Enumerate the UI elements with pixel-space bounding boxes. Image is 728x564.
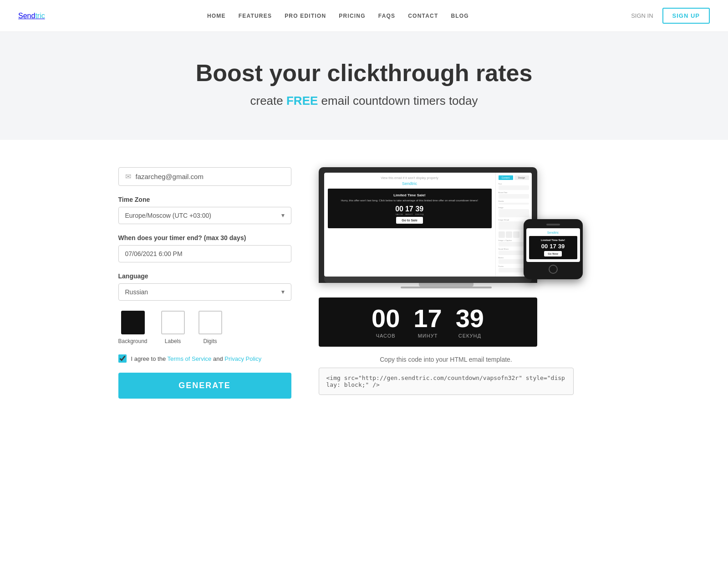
- laptop-digit-seconds: 39 СЕКУНД: [415, 205, 424, 215]
- laptop-widget-small-1: [499, 231, 505, 238]
- laptop-minutes-value: 17: [405, 205, 413, 213]
- laptop-email-content: View this email if it won't display prop…: [324, 173, 495, 277]
- laptop-digit-minutes: 17 МИНУТ: [405, 205, 413, 215]
- signin-link[interactable]: SIGN IN: [631, 12, 653, 19]
- terms-row: I agree to the Terms of Service and Priv…: [118, 354, 291, 363]
- language-select-wrapper: Russian ▼: [118, 283, 291, 301]
- device-mockup: View this email if it won't display prop…: [319, 167, 574, 288]
- color-labels-swatch[interactable]: [161, 311, 185, 334]
- phone-brand-cyan: tric: [555, 231, 559, 234]
- laptop-widget-4: [499, 209, 529, 217]
- terms-prefix: I agree to the: [131, 355, 166, 362]
- color-section: Background Labels Digits: [118, 311, 291, 344]
- phone-home-button[interactable]: [549, 265, 558, 274]
- hero-headline: Boost your clickthrough rates: [9, 59, 719, 87]
- laptop-frame: View this email if it won't display prop…: [319, 167, 537, 283]
- nav-link-home[interactable]: HOME: [207, 13, 226, 19]
- envelope-icon: ✉: [125, 172, 131, 181]
- timer-big-hours: 00: [372, 306, 400, 331]
- nav-link-features[interactable]: FEATURES: [239, 13, 272, 19]
- phone-brand-dark: Send: [547, 231, 555, 234]
- phone-screen: Sendtric Limited Time Sale! 00 17 39 Go …: [526, 228, 580, 262]
- phone-cta-button[interactable]: Go Now: [544, 251, 562, 256]
- laptop-timer-digits: 00 ЧАСОВ 17 МИНУТ 39: [331, 205, 488, 215]
- laptop-brand: Sendtric: [328, 181, 492, 186]
- laptop-widget-small-3: [513, 231, 519, 238]
- main-content: ✉ Time Zone Europe/Moscow (UTC +03:00) ▼…: [91, 140, 637, 426]
- color-background-swatch[interactable]: [121, 311, 145, 334]
- laptop-stand: [419, 283, 473, 287]
- nav-link-pricing[interactable]: PRICING: [339, 13, 365, 19]
- hero-subline-suffix: email countdown timers today: [321, 94, 478, 108]
- laptop-tab-design[interactable]: Design: [514, 175, 529, 180]
- end-date-input[interactable]: [118, 245, 291, 262]
- email-field-wrapper: ✉: [118, 167, 291, 186]
- phone-timer-title: Limited Time Sale!: [531, 239, 575, 241]
- timer-unit-minutes: 17 МИНУТ: [413, 306, 442, 338]
- terms-of-service-link[interactable]: Terms of Service: [168, 355, 212, 362]
- terms-mid: and: [213, 355, 223, 362]
- timezone-select-wrapper: Europe/Moscow (UTC +03:00) ▼: [118, 207, 291, 224]
- laptop-seconds-value: 39: [415, 205, 424, 213]
- nav-link-faqs[interactable]: FAQS: [378, 13, 395, 19]
- nav-link-blog[interactable]: BLOG: [451, 13, 468, 19]
- timezone-select[interactable]: Europe/Moscow (UTC +03:00): [118, 207, 291, 224]
- color-labels-item: Labels: [161, 311, 185, 344]
- phone-timer-block: Limited Time Sale! 00 17 39 Go Now: [529, 236, 577, 259]
- timer-big-seconds: 39: [456, 306, 484, 331]
- timezone-label: Time Zone: [118, 196, 291, 203]
- laptop-foot: [401, 287, 492, 288]
- nav-link-pro-edition[interactable]: PRO EDITION: [285, 13, 326, 19]
- phone-timer-digits: 00 17 39: [531, 243, 575, 250]
- privacy-policy-link[interactable]: Privacy Policy: [224, 355, 261, 362]
- terms-checkbox[interactable]: [118, 354, 127, 363]
- signup-button[interactable]: SIGN UP: [662, 8, 710, 24]
- hero-section: Boost your clickthrough rates create FRE…: [0, 32, 728, 140]
- laptop-widget-2: [499, 194, 529, 199]
- nav-link-contact[interactable]: CONTACT: [408, 13, 438, 19]
- laptop-brand-cyan: tric: [412, 181, 417, 186]
- color-digits-label: Digits: [204, 338, 217, 344]
- phone-minutes-value: 17: [550, 243, 556, 250]
- code-section: Copy this code into your HTML email temp…: [319, 356, 574, 395]
- laptop-sidebar-label1: Text: [499, 183, 529, 185]
- phone-mockup: Sendtric Limited Time Sale! 00 17 39 Go …: [524, 219, 583, 279]
- form-section: ✉ Time Zone Europe/Moscow (UTC +03:00) ▼…: [118, 167, 291, 399]
- end-date-label: When does your timer end? (max 30 days): [118, 234, 291, 241]
- laptop-sidebar-label4: Image: [499, 206, 529, 209]
- code-box[interactable]: <img src="http://gen.sendtric.com/countd…: [319, 368, 574, 395]
- laptop-timer-block: Limited Time Sale! Hurry, this offer won…: [328, 189, 492, 228]
- email-input[interactable]: [136, 173, 285, 180]
- color-digits-swatch[interactable]: [199, 311, 222, 334]
- laptop-brand-dark: Send: [402, 181, 412, 186]
- laptop-minutes-label: МИНУТ: [405, 213, 413, 215]
- laptop-tab-content[interactable]: Content: [499, 175, 513, 180]
- laptop-hours-value: 00: [395, 205, 403, 213]
- preview-section: View this email if it won't display prop…: [319, 167, 610, 399]
- phone-hours-value: 00: [541, 243, 548, 250]
- timer-big-hours-label: ЧАСОВ: [372, 333, 400, 338]
- phone-seconds-value: 39: [558, 243, 565, 250]
- color-background-item: Background: [118, 311, 148, 344]
- hero-subline: create FREE email countdown timers today: [9, 94, 719, 108]
- laptop-screen: View this email if it won't display prop…: [324, 173, 532, 277]
- laptop-digit-hours: 00 ЧАСОВ: [395, 205, 403, 215]
- laptop-timer-title: Limited Time Sale!: [331, 193, 488, 197]
- brand-logo[interactable]: Sendtric: [18, 12, 45, 20]
- timer-big-seconds-label: СЕКУНД: [456, 333, 484, 338]
- laptop-widget-1: [499, 185, 529, 190]
- laptop-email-header: View this email if it won't display prop…: [328, 176, 492, 179]
- timer-big-minutes-label: МИНУТ: [413, 333, 442, 338]
- laptop-base: [324, 277, 532, 283]
- phone-brand: Sendtric: [529, 231, 577, 234]
- language-select[interactable]: Russian: [118, 283, 291, 301]
- color-digits-item: Digits: [199, 311, 222, 344]
- laptop-hours-label: ЧАСОВ: [395, 213, 403, 215]
- laptop-sidebar-label5: Image Virtual: [499, 219, 529, 221]
- language-label: Language: [118, 272, 291, 280]
- timer-big-minutes: 17: [413, 306, 442, 331]
- laptop-sidebar-label2: Boxed Text: [499, 191, 529, 194]
- generate-button[interactable]: GENERATE: [118, 373, 291, 399]
- nav-auth: SIGN IN SIGN UP: [631, 8, 710, 24]
- laptop-cta-button[interactable]: Go to Sale: [396, 217, 423, 224]
